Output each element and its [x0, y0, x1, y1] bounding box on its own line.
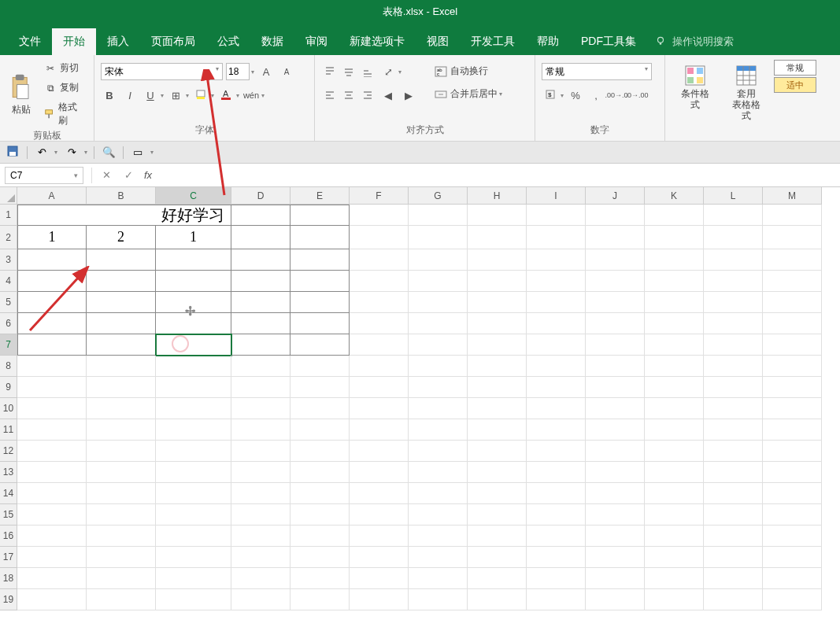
row-header-13[interactable]: 13: [0, 462, 17, 483]
row-header-18[interactable]: 18: [0, 568, 17, 589]
accounting-format-button[interactable]: $: [542, 87, 559, 104]
font-color-button[interactable]: A: [217, 87, 235, 104]
fx-label[interactable]: fx: [144, 169, 152, 181]
row-header-2[interactable]: 2: [0, 226, 17, 249]
increase-decimal-button[interactable]: .00→.0: [608, 87, 625, 104]
tab-devtools[interactable]: 开发工具: [460, 28, 526, 55]
col-header-I[interactable]: I: [527, 187, 586, 205]
phonetic-button[interactable]: wén: [242, 87, 260, 104]
cell-D2[interactable]: [231, 226, 290, 249]
tab-help[interactable]: 帮助: [526, 28, 570, 55]
comma-button[interactable]: ,: [587, 87, 605, 104]
tab-file[interactable]: 文件: [8, 28, 52, 55]
col-header-D[interactable]: D: [231, 187, 290, 205]
col-header-M[interactable]: M: [763, 187, 822, 205]
copy-button[interactable]: ⧉ 复制: [41, 79, 87, 96]
name-box[interactable]: C7 ▾: [5, 167, 83, 184]
select-all-corner[interactable]: [0, 187, 17, 205]
col-header-E[interactable]: E: [290, 187, 350, 205]
qat-save-button[interactable]: [5, 145, 20, 160]
align-right-button[interactable]: [359, 87, 376, 104]
cell-B2[interactable]: 2: [87, 226, 156, 249]
row-header-14[interactable]: 14: [0, 483, 17, 504]
decrease-indent-button[interactable]: ◀: [379, 87, 397, 104]
cell-A1-merged[interactable]: 好好学习: [17, 205, 231, 226]
align-bottom-button[interactable]: [359, 63, 376, 80]
row-header-12[interactable]: 12: [0, 441, 17, 462]
cell-E1[interactable]: [290, 205, 350, 226]
orientation-button[interactable]: ⤢: [379, 63, 397, 80]
col-header-H[interactable]: H: [468, 187, 527, 205]
percent-button[interactable]: %: [567, 87, 584, 104]
col-header-J[interactable]: J: [586, 187, 645, 205]
row-header-16[interactable]: 16: [0, 526, 17, 547]
cell-D7[interactable]: [231, 334, 290, 356]
col-header-A[interactable]: A: [17, 187, 87, 205]
table-format-button[interactable]: 套用 表格格式: [723, 60, 769, 137]
align-center-button[interactable]: [340, 87, 357, 104]
col-header-G[interactable]: G: [409, 187, 468, 205]
row-header-10[interactable]: 10: [0, 398, 17, 419]
row-header-15[interactable]: 15: [0, 504, 17, 526]
tab-pdf[interactable]: PDF工具集: [570, 28, 647, 55]
tab-review[interactable]: 审阅: [294, 28, 339, 55]
format-painter-button[interactable]: 格式刷: [41, 99, 87, 129]
cut-button[interactable]: ✂ 剪切: [41, 60, 87, 76]
cell-A7[interactable]: [17, 334, 87, 356]
align-left-button[interactable]: [321, 87, 339, 104]
row-header-17[interactable]: 17: [0, 547, 17, 568]
cell-A2[interactable]: 1: [17, 226, 87, 249]
increase-indent-button[interactable]: ▶: [400, 87, 417, 104]
cell-D1[interactable]: [231, 205, 290, 226]
decrease-font-button[interactable]: A: [278, 63, 295, 80]
underline-button[interactable]: U: [142, 87, 159, 104]
tell-me-search[interactable]: 操作说明搜索: [647, 28, 742, 55]
row-header-6[interactable]: 6: [0, 313, 17, 334]
tab-formula[interactable]: 公式: [206, 28, 250, 55]
tab-page-layout[interactable]: 页面布局: [140, 28, 206, 55]
row-header-8[interactable]: 8: [0, 356, 17, 377]
row-header-4[interactable]: 4: [0, 271, 17, 292]
row-header-5[interactable]: 5: [0, 292, 17, 313]
qat-undo-button[interactable]: ↶: [34, 145, 50, 160]
tab-view[interactable]: 视图: [416, 28, 460, 55]
row-header-3[interactable]: 3: [0, 249, 17, 271]
tab-insert[interactable]: 插入: [96, 28, 140, 55]
cell-styles-gallery[interactable]: 常规 适中: [774, 60, 816, 137]
bold-button[interactable]: B: [101, 87, 118, 104]
cell-E2[interactable]: [290, 226, 350, 249]
col-header-B[interactable]: B: [87, 187, 156, 205]
cell-B7[interactable]: [87, 334, 156, 356]
wrap-text-button[interactable]: abc 自动换行: [431, 63, 505, 79]
qat-redo-button[interactable]: ↷: [64, 145, 80, 160]
cell-grid[interactable]: 好好学习 1 2 1: [17, 205, 822, 610]
decrease-decimal-button[interactable]: .0→.00: [628, 87, 646, 104]
tab-home[interactable]: 开始: [52, 28, 96, 55]
number-format-select[interactable]: 常规▾: [542, 63, 652, 80]
cell-E7[interactable]: [290, 334, 350, 356]
align-middle-button[interactable]: [340, 63, 357, 80]
row-header-9[interactable]: 9: [0, 377, 17, 398]
conditional-format-button[interactable]: 条件格式: [672, 60, 718, 137]
accept-formula-button[interactable]: ✓: [117, 167, 139, 184]
paste-button[interactable]: 粘贴: [6, 60, 36, 129]
style-normal[interactable]: 常规: [774, 60, 816, 76]
align-top-button[interactable]: [321, 63, 339, 80]
border-button[interactable]: ⊞: [167, 87, 184, 104]
font-name-select[interactable]: 宋体 ▾: [101, 63, 223, 80]
qat-new-button[interactable]: ▭: [130, 145, 146, 160]
fill-color-button[interactable]: [192, 87, 209, 104]
tab-newtab[interactable]: 新建选项卡: [339, 28, 416, 55]
increase-font-button[interactable]: A: [257, 63, 275, 80]
cell-C2[interactable]: 1: [156, 226, 231, 249]
qat-preview-button[interactable]: 🔍: [101, 145, 117, 160]
row-header-19[interactable]: 19: [0, 589, 17, 610]
row-header-1[interactable]: 1: [0, 205, 17, 226]
col-header-F[interactable]: F: [350, 187, 409, 205]
col-header-K[interactable]: K: [645, 187, 704, 205]
row-header-11[interactable]: 11: [0, 419, 17, 441]
tab-data[interactable]: 数据: [250, 28, 294, 55]
cell-C7[interactable]: [156, 334, 231, 356]
merge-center-button[interactable]: 合并后居中▾: [431, 86, 505, 102]
col-header-L[interactable]: L: [704, 187, 763, 205]
